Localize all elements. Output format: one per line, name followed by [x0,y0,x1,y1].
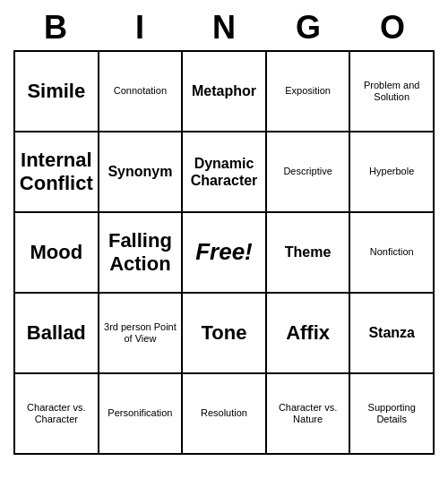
cell-3-1: 3rd person Point of View [99,294,184,374]
cell-text: Nonfiction [370,246,414,258]
cell-text: Ballad [27,321,86,345]
cell-text: Supporting Details [353,402,430,425]
cell-text: Character vs. Character [18,402,95,425]
cell-text: Mood [30,241,82,264]
cell-text: Hyperbole [369,166,414,177]
cell-text: Affix [286,321,330,345]
bingo-letter: N [185,9,263,47]
cell-0-2: Metaphor [183,52,267,132]
cell-1-0: Internal Conflict [15,132,99,213]
cell-text: Personification [108,407,172,419]
cell-2-4: Nonfiction [350,213,435,294]
bingo-letter: G [269,9,348,47]
cell-1-4: Hyperbole [350,132,435,213]
cell-text: Falling Action [102,229,179,277]
cell-2-2: Free! [183,213,267,294]
cell-3-4: Stanza [350,294,435,374]
cell-4-1: Personification [99,374,184,455]
cell-1-3: Descriptive [267,132,351,213]
cell-3-3: Affix [267,294,351,374]
cell-0-1: Connotation [99,52,184,132]
cell-0-3: Exposition [267,52,351,132]
cell-3-0: Ballad [15,294,99,374]
cell-0-0: Simile [15,52,99,132]
cell-1-1: Synonym [99,132,184,213]
cell-text: Free! [195,238,253,266]
cell-text: Internal Conflict [18,149,95,196]
cell-text: Connotation [114,85,167,97]
cell-text: Stanza [368,324,415,341]
cell-text: Simile [27,80,85,103]
cell-text: Character vs. Nature [270,402,347,425]
cell-4-2: Resolution [183,374,267,455]
cell-text: 3rd person Point of View [102,321,179,345]
cell-0-4: Problem and Solution [350,52,435,132]
cell-4-0: Character vs. Character [15,374,99,455]
cell-2-3: Theme [267,213,351,294]
cell-text: Metaphor [192,82,256,99]
bingo-letter: B [16,9,95,47]
bingo-grid: SimileConnotationMetaphorExpositionProbl… [13,50,435,455]
bingo-letter: I [100,9,179,47]
cell-text: Tone [202,321,247,345]
cell-2-0: Mood [15,213,99,294]
cell-text: Resolution [201,407,247,419]
cell-text: Descriptive [283,166,332,177]
cell-1-2: Dynamic Character [183,132,267,213]
cell-text: Exposition [285,85,331,97]
cell-4-3: Character vs. Nature [267,374,351,455]
bingo-header: BINGO [13,9,435,47]
cell-text: Theme [285,244,332,261]
cell-text: Synonym [108,163,172,180]
cell-text: Problem and Solution [353,80,430,103]
cell-3-2: Tone [183,294,267,374]
bingo-letter: O [353,9,432,47]
cell-2-1: Falling Action [99,213,184,294]
cell-text: Dynamic Character [185,155,263,189]
cell-4-4: Supporting Details [350,374,435,455]
